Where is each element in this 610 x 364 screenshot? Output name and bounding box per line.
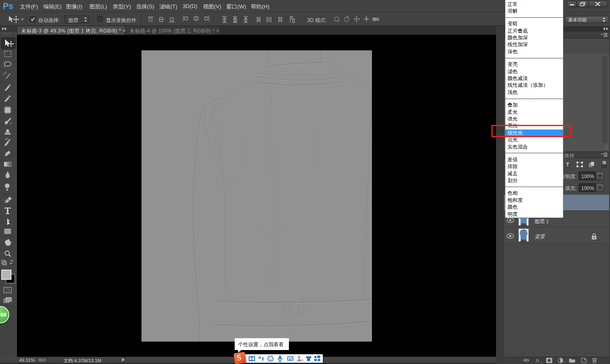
svg-text:fx: fx <box>536 358 539 363</box>
svg-text:19: 19 <box>300 358 303 362</box>
